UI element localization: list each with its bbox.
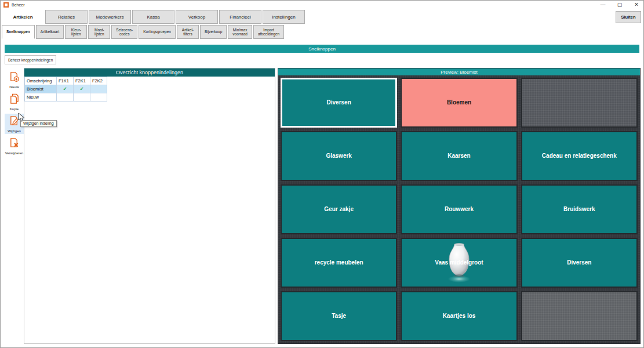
window-title: Beheer bbox=[12, 3, 25, 7]
preview-button-label: Diversen bbox=[559, 259, 599, 267]
copy-icon bbox=[9, 93, 20, 107]
layout-name-cell: Nieuw bbox=[25, 93, 57, 102]
preview-button-label: recycle meubelen bbox=[307, 259, 372, 267]
window-controls: — ▢ ✕ bbox=[599, 1, 640, 9]
title-bar: Beheer — ▢ ✕ bbox=[1, 1, 643, 9]
empty-check-cell bbox=[74, 93, 90, 102]
preview-button-label: Bruidswerk bbox=[555, 206, 603, 213]
preview-button-bruidswerk[interactable]: Bruidswerk bbox=[521, 184, 638, 234]
check-mark-cell: ✔ bbox=[74, 85, 90, 93]
tab-kassa[interactable]: Kassa bbox=[132, 10, 174, 24]
app-logo-icon bbox=[3, 2, 9, 8]
toolbar-item-label: Nieuw bbox=[9, 85, 19, 89]
preview-button-diversen[interactable]: Diversen bbox=[521, 238, 638, 288]
check-mark-cell: ✔ bbox=[57, 85, 74, 93]
preview-panel: Preview: Bloemist DiversenBloemenGlaswer… bbox=[278, 68, 641, 344]
preview-button-vaas-middelgroot[interactable]: Vaas middelgroot bbox=[401, 238, 517, 288]
subtab-import-afbeeldingen[interactable]: Import afbeeldingen bbox=[253, 25, 284, 39]
delete-layout-button[interactable]: Verwijderen bbox=[5, 136, 24, 156]
preview-button-label: Cadeau en relatiegeschenk bbox=[534, 153, 625, 160]
table-row-bloemist[interactable]: Bloemist✔✔ bbox=[25, 85, 107, 93]
preview-button-label: Bloemen bbox=[439, 99, 479, 107]
empty-check-cell bbox=[90, 85, 107, 93]
maximize-button[interactable]: ▢ bbox=[616, 1, 623, 9]
preview-button-kaartjes-los[interactable]: Kaartjes los bbox=[401, 291, 517, 341]
preview-button-label: Vaas middelgroot bbox=[427, 259, 491, 267]
subtab-kortingsgroepen[interactable]: Kortingsgroepen bbox=[139, 25, 176, 39]
tab-financieel[interactable]: Financieel bbox=[219, 10, 261, 24]
minimize-button[interactable]: — bbox=[599, 1, 606, 9]
copy-layout-button[interactable]: Kopie bbox=[5, 92, 24, 112]
preview-button-label: Glaswerk bbox=[318, 153, 359, 160]
new-document-plus-icon bbox=[9, 71, 20, 85]
overview-panel-title: Overzicht knoppenindelingen bbox=[24, 68, 275, 77]
subtab-min-max-voorraad[interactable]: Min/max voorraad bbox=[228, 25, 252, 39]
preview-button-kaarsen[interactable]: Kaarsen bbox=[401, 131, 517, 181]
delete-cross-icon bbox=[9, 137, 20, 151]
mouse-cursor-icon bbox=[18, 113, 26, 125]
layout-name-cell: Bloemist bbox=[25, 85, 57, 93]
preview-button-cadeau-en-relatiegeschenk[interactable]: Cadeau en relatiegeschenk bbox=[521, 131, 638, 181]
preview-button-bloemen[interactable]: Bloemen bbox=[401, 78, 517, 128]
subtab-artikel-filters[interactable]: Artikel- filters bbox=[177, 25, 199, 39]
tab-instellingen[interactable]: Instellingen bbox=[263, 10, 305, 24]
table-row-nieuw[interactable]: Nieuw bbox=[25, 93, 107, 102]
preview-button-recycle-meubelen[interactable]: recycle meubelen bbox=[281, 238, 397, 288]
close-window-button[interactable]: ✕ bbox=[633, 1, 640, 9]
sub-tabs: SnelknoppenArtikelkaartKleur- lijstenMaa… bbox=[2, 25, 284, 39]
preview-button-glaswerk[interactable]: Glaswerk bbox=[281, 131, 397, 181]
preview-button-label: Geur zakje bbox=[316, 206, 362, 213]
main-tabs: ArtikelenRelatiesMedewerkersKassaVerkoop… bbox=[2, 10, 305, 24]
column-header-f2k1: F2K1 bbox=[74, 77, 90, 85]
subtab-artikelkaart[interactable]: Artikelkaart bbox=[36, 25, 64, 39]
preview-button-grid: DiversenBloemenGlaswerkKaarsenCadeau en … bbox=[278, 75, 640, 343]
empty-check-cell bbox=[90, 93, 107, 102]
column-header-omschrijving: Omschrijving bbox=[25, 77, 57, 85]
new-layout-button[interactable]: Nieuw bbox=[5, 70, 24, 90]
tab-beheer-knoppenindelingen[interactable]: Beheer knoppenindelingen bbox=[5, 55, 56, 64]
preview-button-label: Diversen bbox=[319, 99, 359, 107]
preview-button-rouwwerk[interactable]: Rouwwerk bbox=[401, 184, 517, 234]
toolbar-item-label: Verwijderen bbox=[5, 151, 23, 155]
preview-button-label: Kaarsen bbox=[439, 153, 478, 160]
app-window: Beheer — ▢ ✕ ArtikelenRelatiesMedewerker… bbox=[0, 0, 644, 348]
column-header-f2k2: F2K2 bbox=[90, 77, 107, 85]
preview-button-label: Tasje bbox=[323, 313, 354, 320]
section-banner: Snelknoppen bbox=[5, 45, 639, 53]
subtab-seizoens-codes[interactable]: Seizoens- codes bbox=[111, 25, 137, 39]
preview-button-label: Kaartjes los bbox=[435, 313, 484, 320]
layouts-table: OmschrijvingF1K1F2K1F2K2 Bloemist✔✔Nieuw bbox=[24, 77, 107, 102]
tab-medewerkers[interactable]: Medewerkers bbox=[89, 10, 131, 24]
overview-panel: Overzicht knoppenindelingen Omschrijving… bbox=[24, 68, 275, 344]
empty-check-cell bbox=[57, 93, 74, 102]
subtab-snelknoppen[interactable]: Snelknoppen bbox=[2, 25, 35, 39]
preview-button-tasje[interactable]: Tasje bbox=[281, 291, 397, 341]
tab-verkoop[interactable]: Verkoop bbox=[176, 10, 218, 24]
toolbar-item-label: Kopie bbox=[10, 107, 19, 111]
tab-artikelen[interactable]: Artikelen bbox=[2, 10, 44, 24]
tab-relaties[interactable]: Relaties bbox=[45, 10, 88, 24]
column-header-f1k1: F1K1 bbox=[57, 77, 74, 85]
preview-panel-title: Preview: Bloemist bbox=[278, 68, 640, 75]
sluiten-button[interactable]: Sluiten bbox=[616, 11, 641, 23]
preview-button-geur-zakje[interactable]: Geur zakje bbox=[281, 184, 397, 234]
subtab-kleur-lijsten[interactable]: Kleur- lijsten bbox=[65, 25, 87, 39]
subtab-maat-lijsten[interactable]: Maat- lijsten bbox=[88, 25, 110, 39]
preview-button-label: Rouwwerk bbox=[436, 206, 482, 213]
table-header-row: OmschrijvingF1K1F2K1F2K2 bbox=[25, 77, 107, 85]
preview-empty-cell[interactable] bbox=[521, 291, 638, 341]
subtab-bijverkoop[interactable]: Bijverkoop bbox=[200, 25, 227, 39]
preview-empty-cell[interactable] bbox=[521, 78, 638, 128]
tooltip: Wijzigen indeling bbox=[20, 120, 57, 127]
preview-button-diversen[interactable]: Diversen bbox=[281, 78, 397, 128]
toolbar-item-label: Wijzigen bbox=[8, 129, 21, 133]
